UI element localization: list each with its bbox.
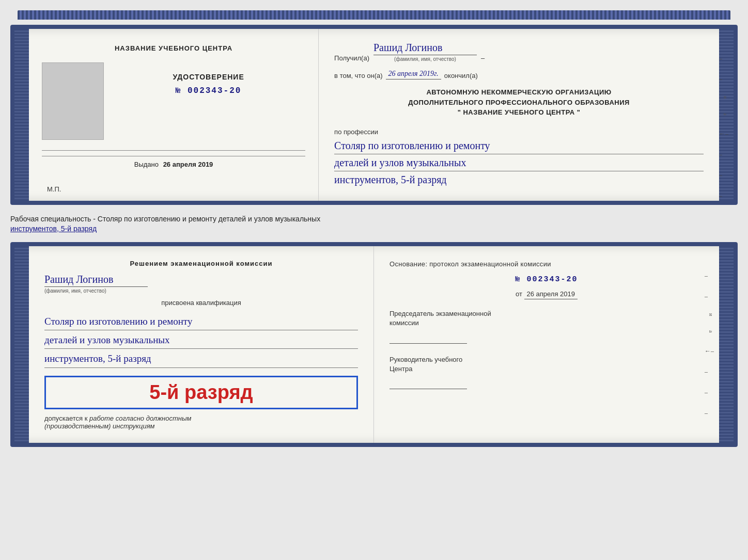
issued-label: Выдано — [134, 161, 159, 168]
qualification-label: присвоена квалификация — [44, 299, 358, 307]
protocol-date-value: 26 апреля 2019 — [524, 290, 578, 299]
handwritten-name-block: Рашид Логинов (фамилия, имя, отчество) — [373, 42, 477, 62]
org-block: АВТОНОМНУЮ НЕКОММЕРЧЕСКУЮ ОРГАНИЗАЦИЮ ДО… — [334, 87, 704, 118]
chairman-block: Председатель экзаменационной комиссии — [389, 309, 704, 343]
director-label2: Центра — [389, 365, 412, 373]
right-side-dashes: – – и а ←– – – – — [719, 55, 728, 200]
completed-suffix: окончил(а) — [444, 72, 478, 79]
qual-line3: инструментов, 5-й разряд — [44, 350, 358, 367]
big-rank-text: 5-й разряд — [52, 381, 350, 404]
left-spine-2 — [14, 246, 29, 443]
cert-number: № 002343-20 — [176, 86, 242, 95]
basis-text: Основание: протокол экзаменационной коми… — [389, 259, 704, 269]
cert-type-label: УДОСТОВЕРЕНИЕ — [173, 73, 244, 81]
issued-date: 26 апреля 2019 — [163, 161, 213, 168]
completed-row: в том, что он(а) 26 апреля 2019г. окончи… — [334, 70, 704, 79]
protocol-number: № 002343-20 — [389, 275, 704, 284]
dash-1: – — [481, 54, 485, 62]
between-text2: инструментов, 5-й разряд — [10, 225, 97, 233]
mp-label: М.П. — [47, 185, 61, 193]
doc2-person-sublabel: (фамилия, имя, отчество) — [44, 288, 106, 294]
between-text1: Рабочая специальность - Столяр по изгото… — [10, 215, 320, 223]
recipient-row: Получил(а) Рашид Логинов (фамилия, имя, … — [334, 42, 704, 62]
completed-label: в том, что он(а) — [334, 72, 382, 79]
big-rank-box: 5-й разряд — [44, 376, 358, 409]
profession-line2: деталей и узлов музыкальных — [334, 154, 704, 171]
protocol-date: от 26 апреля 2019 — [389, 290, 704, 298]
chairman-label: Председатель экзаменационной комиссии — [389, 309, 704, 328]
qual-profession-block: Столяр по изготовлению и ремонту деталей… — [44, 312, 358, 368]
org-line3: " НАЗВАНИЕ УЧЕБНОГО ЦЕНТРА " — [334, 107, 704, 118]
doc2-right-panel: Основание: протокол экзаменационной коми… — [374, 246, 719, 443]
recipient-sublabel: (фамилия, имя, отчество) — [373, 56, 477, 62]
doc1-right-panel: Получил(а) Рашид Логинов (фамилия, имя, … — [319, 29, 719, 201]
director-label: Руководитель учебного Центра — [389, 355, 704, 374]
cert-type-block: УДОСТОВЕРЕНИЕ № 002343-20 — [112, 62, 305, 95]
chairman-label2: комиссии — [389, 319, 419, 327]
qual-line1: Столяр по изготовлению и ремонту — [44, 313, 358, 330]
center-title-1: НАЗВАНИЕ УЧЕБНОГО ЦЕНТРА — [115, 44, 232, 52]
decision-text: Решением экаменационной комиссии — [44, 259, 358, 268]
allowed-text: работе согласно должностным — [89, 414, 191, 422]
doc2-left-panel: Решением экаменационной комиссии Рашид Л… — [29, 246, 374, 443]
protocol-date-prefix: от — [516, 290, 522, 298]
org-line2: ДОПОЛНИТЕЛЬНОГО ПРОФЕССИОНАЛЬНОГО ОБРАЗО… — [334, 98, 704, 108]
doc2-person-block: Рашид Логинов (фамилия, имя, отчество) — [44, 274, 358, 294]
qual-line2: деталей и узлов музыкальных — [44, 332, 358, 349]
profession-line1: Столяр по изготовлению и ремонту — [334, 137, 704, 154]
profession-block: по профессии Столяр по изготовлению и ре… — [334, 125, 704, 188]
completed-date: 26 апреля 2019г. — [386, 70, 441, 79]
doc2-inner: Решением экаменационной комиссии Рашид Л… — [29, 246, 719, 443]
photo-placeholder — [42, 62, 104, 140]
issued-line: Выдано 26 апреля 2019 — [42, 156, 305, 168]
left-spine-1 — [14, 29, 29, 201]
profession-line3: инструментов, 5-й разряд — [334, 174, 446, 185]
right-spine-2 — [719, 246, 734, 443]
document-card-2: Решением экаменационной комиссии Рашид Л… — [10, 242, 738, 447]
between-label: Рабочая специальность - Столяр по изгото… — [10, 210, 738, 237]
director-sign-line — [389, 376, 467, 389]
recipient-name: Рашид Логинов — [373, 42, 477, 55]
recipient-prefix: Получил(а) — [334, 54, 369, 62]
right-side-dashes-2: – – и а ←– – – – — [705, 272, 714, 417]
chairman-label1: Председатель экзаменационной — [389, 310, 491, 317]
allowed-prefix: допускается к работе согласно должностны… — [44, 414, 358, 422]
allowed-prefix-text: допускается к — [44, 414, 87, 422]
profession-label: по профессии — [334, 128, 704, 136]
allowed-text2: (производственным) инструкциям — [44, 422, 358, 430]
doc1-inner: НАЗВАНИЕ УЧЕБНОГО ЦЕНТРА УДОСТОВЕРЕНИЕ №… — [29, 29, 719, 201]
director-label1: Руководитель учебного — [389, 356, 462, 363]
doc1-left-panel: НАЗВАНИЕ УЧЕБНОГО ЦЕНТРА УДОСТОВЕРЕНИЕ №… — [29, 29, 319, 201]
doc2-person-name: Рашид Логинов — [44, 274, 148, 287]
allowed-block: допускается к работе согласно должностны… — [44, 414, 358, 430]
org-line1: АВТОНОМНУЮ НЕКОММЕРЧЕСКУЮ ОРГАНИЗАЦИЮ — [334, 87, 704, 98]
document-card-1: НАЗВАНИЕ УЧЕБНОГО ЦЕНТРА УДОСТОВЕРЕНИЕ №… — [10, 25, 738, 205]
director-block: Руководитель учебного Центра — [389, 355, 704, 389]
chairman-sign-line — [389, 331, 467, 344]
